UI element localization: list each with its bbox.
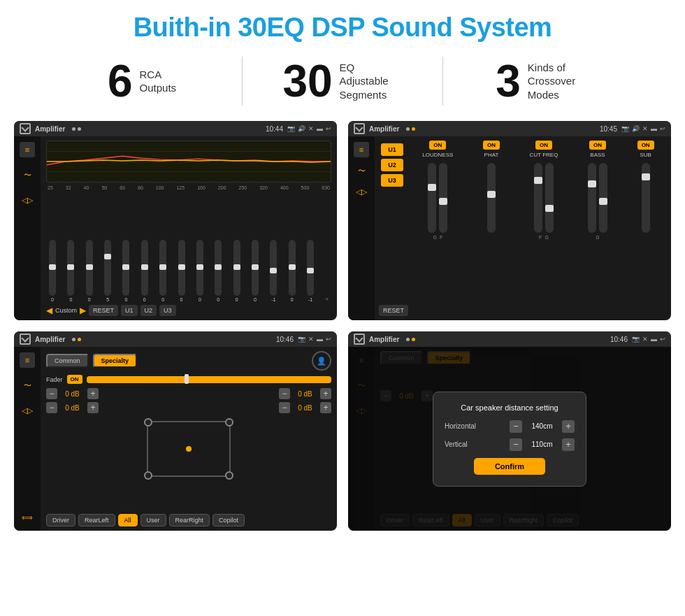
screen1-sidebar: ≡ 〜 ◁▷	[14, 136, 41, 320]
crossover-reset-btn[interactable]: RESET	[379, 305, 408, 316]
eq-slider-7[interactable]: 0	[178, 240, 185, 302]
db-plus-0[interactable]: +	[87, 388, 99, 399]
ch-toggle-0[interactable]: ON	[429, 141, 446, 150]
eq-u2-btn[interactable]: U2	[140, 305, 157, 316]
eq-slider-4[interactable]: 0	[122, 240, 129, 302]
eq-slider-1[interactable]: 0	[67, 240, 74, 302]
btn-rearright[interactable]: RearRight	[169, 514, 210, 527]
sidebar-vol-icon-2[interactable]: ◁▷	[354, 184, 369, 199]
dialog-vert-value: 110cm	[526, 440, 558, 448]
confirm-button[interactable]: Confirm	[474, 458, 545, 475]
fader-track[interactable]	[87, 376, 331, 383]
status-icons-3: 📷 ✕ ▬ ↩	[298, 336, 331, 343]
db-plus-1[interactable]: +	[87, 402, 99, 413]
fader-toggle[interactable]: ON	[67, 375, 82, 384]
btn-copilot[interactable]: Copilot	[212, 514, 245, 527]
eq-label-13: 500	[301, 185, 310, 190]
eq-slider-8[interactable]: 0	[196, 240, 203, 302]
db-minus-3[interactable]: −	[279, 402, 290, 413]
sidebar-expand-icon-3[interactable]: ⟺	[20, 510, 35, 525]
stat-label-crossover: Kinds of Crossover Modes	[528, 61, 591, 102]
screen-eq: Amplifier 10:44 📷 🔊 ✕ ▬ ↩ ≡ 〜 ◁▷	[14, 121, 337, 320]
fader-thumb[interactable]	[185, 374, 189, 384]
dialog-overlay: Car speaker distance setting Horizontal …	[348, 347, 671, 531]
btn-driver[interactable]: Driver	[46, 514, 75, 527]
db-minus-2[interactable]: −	[279, 388, 290, 399]
dialog-vertical-label: Vertical	[445, 440, 505, 448]
home-icon-4[interactable]	[354, 334, 365, 345]
db-plus-3[interactable]: +	[320, 402, 331, 413]
ch-slider-2b[interactable]	[545, 163, 554, 233]
dot-2a	[406, 127, 410, 131]
ch-toggle-2[interactable]: ON	[535, 141, 552, 150]
eq-prev-btn[interactable]: ◀	[46, 306, 52, 315]
home-icon-1[interactable]	[20, 123, 31, 134]
db-minus-1[interactable]: −	[46, 402, 57, 413]
speaker-bl[interactable]	[144, 471, 152, 480]
btn-user[interactable]: User	[140, 514, 166, 527]
fader-tab-specialty[interactable]: Specialty	[93, 354, 138, 368]
speaker-tl[interactable]	[144, 418, 152, 427]
preset-u1-btn[interactable]: U1	[381, 143, 403, 156]
dialog-vert-plus[interactable]: +	[562, 438, 575, 451]
eq-slider-10[interactable]: 0	[233, 240, 240, 302]
dialog-horiz-minus[interactable]: −	[510, 420, 522, 433]
ch-toggle-3[interactable]: ON	[589, 141, 606, 150]
sidebar-eq-icon-3[interactable]: ≡	[20, 352, 35, 368]
eq-reset-btn[interactable]: RESET	[89, 305, 118, 316]
eq-label-0: 25	[48, 185, 53, 190]
eq-u3-btn[interactable]: U3	[159, 305, 176, 316]
ch-slider-4a[interactable]	[642, 163, 650, 233]
eq-slider-2[interactable]: 0	[86, 240, 93, 302]
ch-slider-0b[interactable]	[439, 163, 447, 233]
speaker-tr[interactable]	[225, 418, 233, 427]
btn-all[interactable]: All	[118, 514, 138, 527]
fader-person-icon[interactable]: 👤	[312, 351, 331, 371]
eq-slider-3[interactable]: 5	[104, 240, 111, 302]
stat-number-eq: 30	[282, 59, 332, 103]
eq-main: 25 32 40 50 63 80 100 125 160 200 250 32…	[41, 136, 337, 320]
eq-slider-6[interactable]: 0	[159, 240, 166, 302]
screen-title-4: Amplifier	[369, 336, 399, 343]
db-minus-0[interactable]: −	[46, 388, 57, 399]
btn-rearleft[interactable]: RearLeft	[78, 514, 115, 527]
eq-val-11: 0	[254, 297, 257, 302]
speaker-br[interactable]	[225, 471, 233, 480]
preset-u3-btn[interactable]: U3	[381, 174, 403, 187]
db-row-1: − 0 dB +	[46, 402, 99, 413]
preset-u2-btn[interactable]: U2	[381, 159, 403, 171]
back-icon-1: ↩	[326, 125, 331, 132]
eq-slider-9[interactable]: 0	[215, 240, 222, 302]
ch-slider-1a[interactable]	[487, 163, 496, 233]
eq-arrows[interactable]: »	[325, 296, 328, 302]
ch-toggle-1[interactable]: ON	[483, 141, 500, 150]
home-icon-3[interactable]	[20, 334, 31, 345]
sidebar-wave-icon[interactable]: 〜	[20, 167, 35, 182]
sidebar-wave-icon-3[interactable]: 〜	[20, 378, 35, 393]
sidebar-eq-icon-2[interactable]: ≡	[354, 142, 369, 157]
eq-slider-11[interactable]: 0	[252, 240, 259, 302]
crossover-main: U1 U2 U3 ON LOUDNESS	[375, 136, 671, 320]
eq-slider-13[interactable]: 0	[289, 240, 296, 302]
ch-toggle-4[interactable]: ON	[637, 141, 654, 150]
sidebar-wave-icon-2[interactable]: 〜	[354, 163, 369, 178]
sidebar-vol-icon[interactable]: ◁▷	[20, 192, 35, 208]
eq-u1-btn[interactable]: U1	[121, 305, 138, 316]
home-icon-2[interactable]	[354, 123, 365, 134]
ch-slider-0a[interactable]	[428, 163, 436, 233]
eq-slider-0[interactable]: 0	[49, 240, 56, 302]
ch-slider-3b[interactable]	[599, 163, 607, 233]
fader-tab-common[interactable]: Common	[46, 354, 89, 368]
sidebar-eq-icon[interactable]: ≡	[20, 142, 35, 157]
eq-slider-5[interactable]: 0	[141, 240, 148, 302]
eq-slider-14[interactable]: -1	[307, 240, 314, 302]
eq-next-btn[interactable]: ▶	[80, 306, 86, 315]
db-plus-2[interactable]: +	[320, 388, 331, 399]
eq-slider-12[interactable]: -1	[270, 240, 277, 302]
ch-slider-2a[interactable]	[534, 163, 542, 233]
dialog-horiz-plus[interactable]: +	[562, 420, 575, 433]
sidebar-vol-icon-3[interactable]: ◁▷	[20, 403, 35, 418]
eq-label-1: 32	[66, 185, 71, 190]
dialog-vert-minus[interactable]: −	[510, 438, 522, 451]
ch-slider-3a[interactable]	[588, 163, 596, 233]
